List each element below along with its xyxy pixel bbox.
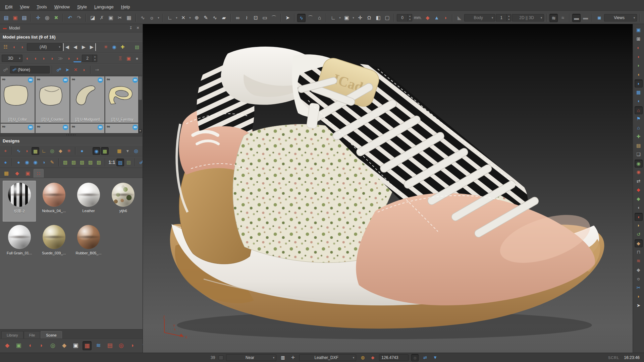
piece-cell[interactable]: ∞ 3D (35, 123, 70, 133)
coordinate-field[interactable]: 126.4743 (379, 354, 409, 361)
mat-link-icon[interactable]: ◉ (32, 159, 39, 166)
link-chain-icon[interactable]: ∞ (107, 76, 110, 82)
pin-marker-icon[interactable]: ▲ (432, 14, 441, 22)
nav-first-icon[interactable]: ◀ (63, 43, 71, 51)
probe-blue2-icon[interactable]: ☍ (138, 159, 143, 166)
probe-clear-icon[interactable]: ✕ (72, 66, 79, 74)
select-cursor-icon[interactable]: ➤ (283, 14, 292, 22)
piece-cell[interactable]: ∞ 3D (105, 123, 140, 133)
lock-icon[interactable]: ⌂ (315, 14, 324, 22)
material-swatch[interactable]: 织带-2 (3, 181, 36, 222)
piece-cell[interactable]: ∞ 3D (0, 123, 35, 133)
link-chain-icon[interactable]: ∞ (37, 124, 40, 129)
tab-shoe-view[interactable]: ◆ (12, 169, 22, 178)
piece-cell-mudguard[interactable]: ∞ 3D [2] U-Mudguard (70, 76, 105, 123)
link-icon[interactable]: ∞ (233, 14, 242, 22)
flat-view-icon[interactable]: ▬ (572, 14, 581, 22)
curve-cross-icon[interactable]: ✕ (179, 14, 187, 22)
piece-green2-icon[interactable]: ◗ (635, 62, 643, 70)
piece-big-icon[interactable]: Ξ (116, 55, 124, 62)
stitch-tool-icon[interactable]: ∿ (139, 14, 147, 22)
link-chain-icon[interactable]: ∞ (2, 76, 5, 82)
piece-export2-icon[interactable]: ◗ (635, 53, 643, 61)
menu-tools[interactable]: Tools (33, 3, 50, 10)
layer-flatten-icon[interactable]: ≋ (549, 14, 558, 22)
last-piece-icon[interactable]: ◗ (635, 293, 643, 301)
menu-language[interactable]: Language (91, 3, 117, 10)
views-select[interactable]: Views▾ (604, 14, 637, 21)
export-report-icon[interactable]: ▤ (133, 43, 141, 51)
heel-tan-icon[interactable]: ◆ (635, 239, 643, 247)
design-export-icon[interactable]: ▤ (141, 147, 143, 155)
clock-icon[interactable]: ◎ (48, 341, 57, 350)
magnet-snap-icon[interactable]: ϟ (297, 14, 306, 22)
piece-cell-eyestay[interactable]: ∞ 3D [2] U_Eyestay (105, 76, 140, 123)
design-palette-caret[interactable]: ▾ (124, 147, 131, 155)
image-shoe-icon[interactable]: ▦ (83, 341, 92, 350)
shoe-layers-icon[interactable]: ≋ (635, 257, 643, 265)
apply-arrow-icon[interactable]: ➙ (93, 66, 101, 74)
shoe-render[interactable]: ICad (143, 25, 633, 353)
corner-tool-caret[interactable]: ▾ (175, 14, 178, 22)
half-circle-icon[interactable]: ◐ (635, 44, 643, 52)
piece-cell-collar[interactable]: ∞ 3D [2] U_Collar (0, 76, 35, 123)
probe-add-icon[interactable]: ☍ (55, 66, 63, 74)
hatch-fade-icon[interactable]: ▨ (125, 159, 132, 166)
pieces-scrollbar[interactable]: ▼ (138, 76, 142, 133)
delete-tools-icon[interactable]: ✗ (98, 14, 106, 22)
cut-avatar-icon[interactable]: ✂ (635, 284, 643, 292)
repair-tools-icon[interactable]: ✖ (52, 14, 60, 22)
folder-views-icon[interactable]: ▤ (635, 142, 643, 150)
dimension-select[interactable]: 2D || 3D▾ (512, 14, 544, 21)
new-style-icon[interactable]: ◆ (642, 14, 644, 22)
wave-shoe-icon[interactable]: ≋ (94, 341, 103, 350)
tab-image-board[interactable]: ▣ (23, 169, 33, 178)
show-all-icon[interactable]: ✚ (119, 43, 126, 51)
hatch-3d-icon[interactable]: ▨ (61, 159, 69, 166)
copies-spinner[interactable]: 1▴▾ (496, 14, 511, 21)
design-wave-icon[interactable]: ∿ (15, 147, 22, 155)
pieces-grid-icon[interactable]: ☷ (2, 43, 9, 51)
heel-green-icon[interactable]: ◆ (635, 195, 643, 203)
pan-hand-icon[interactable]: ✛ (34, 14, 42, 22)
eye-style-icon[interactable]: ◉ (635, 168, 643, 176)
piece-under-icon[interactable]: ◗ (73, 55, 81, 62)
piece-export-icon[interactable]: ◗ (37, 341, 46, 350)
hatch-3d2-icon[interactable]: ▨ (70, 159, 77, 166)
mat-pair-icon[interactable]: ◉ (23, 159, 31, 166)
close-panel-icon[interactable]: ✕ (135, 25, 141, 31)
hatch-size-icon[interactable]: ▨ (87, 159, 94, 166)
piece-flip-icon[interactable]: ◗ (441, 14, 450, 22)
scale-1-1-icon[interactable]: 1:1 (108, 159, 116, 166)
piece-skip-icon[interactable]: ≫ (57, 55, 64, 62)
material-swatch[interactable]: Rubber_B05_... (72, 223, 105, 264)
lock-alt-icon[interactable]: ⌂ (635, 124, 643, 132)
design-palette-icon[interactable]: ▦ (115, 147, 123, 155)
link-chain-icon[interactable]: ∞ (107, 124, 110, 129)
link-chain-icon[interactable]: ∞ (72, 76, 75, 82)
reticle-icon[interactable]: ⊕ (193, 14, 201, 22)
tab-library[interactable]: Library (1, 331, 23, 339)
mat-dot-icon[interactable]: ● (15, 159, 22, 166)
mat-pencil-icon[interactable]: ✎ (48, 159, 56, 166)
piece-check-icon[interactable]: ◗ (65, 55, 73, 62)
world-icon[interactable]: ◍ (359, 354, 366, 361)
light-add-icon[interactable]: ☼ (148, 14, 156, 22)
probe-dim-icon[interactable]: ☍ (2, 66, 9, 74)
piece-copy-icon[interactable]: ▣ (125, 55, 132, 62)
piece-solid-icon[interactable]: ◖ (10, 43, 18, 51)
piece-add-icon[interactable]: ◖ (23, 55, 31, 62)
menu-edit[interactable]: Edit (1, 3, 16, 10)
redo-icon[interactable]: ↷ (75, 14, 83, 22)
piece-dotted2-icon[interactable]: ◖ (635, 71, 643, 79)
boxed-shoe-icon[interactable]: ▣ (14, 341, 23, 350)
arc-select-icon[interactable]: ⌒ (306, 14, 315, 22)
tab-scene[interactable]: Scene (41, 331, 62, 339)
design-piece-icon[interactable]: ◗ (23, 147, 31, 155)
design-flake-icon[interactable]: ✳ (65, 147, 73, 155)
hatch-wave-icon[interactable]: ▨ (78, 159, 86, 166)
adjust-tools-icon[interactable]: ✛ (289, 354, 297, 361)
folder-shoe-icon[interactable]: ▤ (105, 341, 114, 350)
frame-select-icon[interactable]: ▣ (342, 14, 351, 22)
panel-splitter[interactable] (0, 133, 143, 136)
